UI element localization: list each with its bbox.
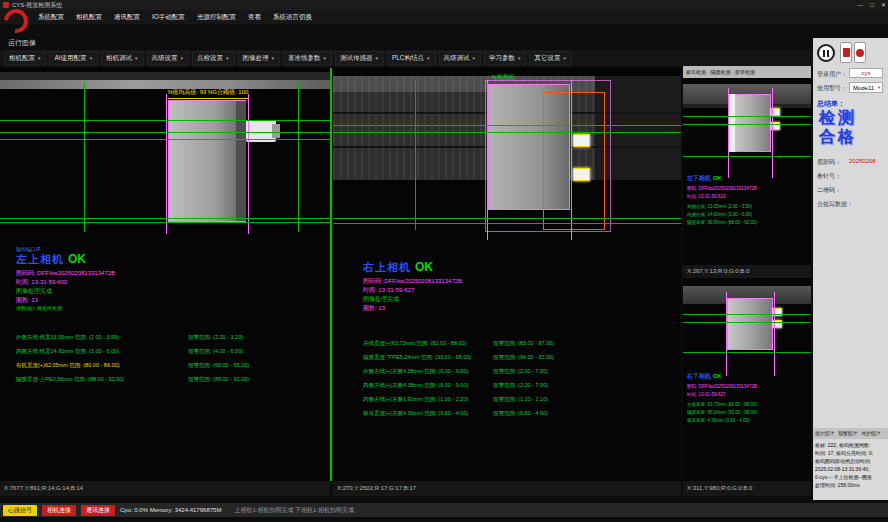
measure-row: 隔膜宽度-上PE0.56mm 范围: (88.00 - 92.00) [16,376,124,383]
start-icon [843,48,850,57]
heartbeat-badge: 心跳信号 [3,505,37,516]
connector-tip [272,124,280,138]
time-text: 时间: 13-31-59-627 [363,286,414,295]
close-button[interactable]: ✕ [881,0,886,10]
alarm-range: 报警范围: (1.10 - 2.10) [493,396,548,403]
overlay-hline-green [0,218,330,219]
comm-link-badge: 通讯连接 [81,505,115,516]
tool-advanced-settings[interactable]: 高级设置▼ [147,51,189,66]
chevron-down-icon: ▼ [877,83,881,93]
menu-system-config[interactable]: 系统配置 [38,13,64,22]
menu-io-manual-config[interactable]: IO手动配置 [152,13,185,22]
menu-light-control-config[interactable]: 光源控制配置 [197,13,236,22]
tool-camera-debug[interactable]: 相机调试▼ [101,51,143,66]
camera-view-bottom-right-thumb[interactable]: 右下相机 OK 图码: DFFIiiw2025020813313472B 时间:… [683,278,811,481]
barcode-text: 图码: DFFIiiw2025020813313472B [687,384,757,389]
bottom-code-label: 底部码： [817,158,841,167]
detect-rect-orange [543,92,605,230]
extra-note-text: 堵数(标): 网格线检测 [16,305,62,311]
overlay-hline-green [0,132,330,133]
pause-icon [823,50,825,57]
overlay-hline-green [0,120,330,121]
tab-alarm-stats[interactable]: 报警统计 [838,428,857,439]
overlay-hline-green [683,314,811,315]
title-bar: CYS-视觉检测系统 — □ ✕ [0,0,888,10]
window-title: CYS-视觉检测系统 [12,2,62,8]
product-region [727,298,773,350]
loop-count-text: 圈数: 13 [16,296,38,305]
status-ok-text: OK [68,252,86,266]
brand-logo-icon [4,9,30,35]
menu-language-switch[interactable]: 系统语言切换 [273,13,312,22]
stats-line: 处理时间: 258.00ms [815,482,887,489]
menu-view[interactable]: 查看 [248,13,261,22]
menu-comm-config[interactable]: 通讯配置 [114,13,140,22]
model-select[interactable]: ▼Mode11 [849,82,883,93]
tool-other-settings[interactable]: 其它设置▼ [529,51,571,66]
measure-row: 外侧左线: 13.05mm (2.00 - 3.50) [687,204,752,209]
menu-camera-config[interactable]: 相机配置 [76,13,102,22]
process-status-text: 图像处理完成 [363,295,399,304]
tool-ai-config[interactable]: AI使用配置▼ [49,51,98,66]
tool-plc-node[interactable]: PLC构结点▼ [387,51,436,66]
camera-view-bottom-left-thumb[interactable]: 左下相机 OK 图码: DFFIiiw2025020813313472B 时间:… [683,78,811,265]
camera-view-top-left[interactable]: N值均高值: 93 NG合阀值: 100 输出端口/F 左上相机OK 图码码: … [0,68,330,481]
tool-image-processing[interactable]: 图像处理▼ [238,51,280,66]
stats-tabs: 批次统计 报警统计 维护统计 [813,428,888,439]
pixel-coord-readout: X:311,Y:980;R:0;G:0;B:0 [683,481,811,496]
tool-learning-params[interactable]: 学习参数▼ [484,51,526,66]
product-edge-shade [236,101,246,221]
overlay-hline-green [0,222,330,223]
measure-row: 外侧左线(+)左侧4.38mm 范围: (6.00 - 9.00) [363,368,468,375]
view-tab-label: 运行图像 [8,38,36,48]
status-ok-text: OK [713,175,722,181]
alarm-range: 报警范围: (2.00 - 7.00) [493,382,548,389]
stop-button[interactable] [854,42,866,63]
tab-maintain-stats[interactable]: 维护统计 [861,428,880,439]
view-divider-line [330,68,332,481]
maximize-button[interactable]: □ [870,0,874,10]
loop-count-text: 圈数: 13 [363,304,385,313]
measure-row: 内侧左线: 14.60mm (3.00 - 6.00) [687,212,752,217]
overlay-vline-magenta [487,80,488,240]
info-sidebar: 登录用户： cys 使用型号： ▼Mode11 总结果： 检测 合格 底部码： … [813,38,888,500]
measure-row: 左线宽度(+)63.73mm 范围: (82.00 - 88.00) [363,340,466,347]
batch-label: 合批写数据： [817,200,853,209]
stats-line: 0-cys-一卡上拉检测--圈值 [815,474,887,481]
tool-baseline-params[interactable]: 基准线参数▼ [283,51,332,66]
barcode-text: 图码: DFFIiiw2025020813313472B [687,186,757,191]
barcode-text: 图码码: DFFIiiw2025020813313472B [363,277,462,286]
overlay-hline-green [333,223,681,224]
login-user-value: cys [849,68,883,78]
tool-spot-check[interactable]: 点检设置▼ [192,51,234,66]
overlay-hline-green [683,124,811,125]
measure-row: 内侧左线:线宽14.60mm 范围: (3.00 - 6.00) [16,348,119,355]
start-button[interactable] [840,42,852,63]
tool-camera-config[interactable]: 相机配置▼ [4,51,46,66]
stop-icon [856,49,864,57]
stats-line: 时间: 17, 板码分亮时间: 0; [815,450,887,457]
process-status-text: 图像处理完成 [16,287,52,296]
overlay-vline-magenta [774,292,775,376]
camera-view-top-right[interactable]: AI检测框 右上相机OK 图码码: DFFIiiw202502081331347… [333,68,681,481]
overlay-hline-green [683,116,811,117]
overlay-hline-green [0,139,330,140]
measure-row: 左线宽度: 63.73mm (82.00 - 88.00) [687,402,757,407]
pause-button[interactable] [817,44,835,62]
chevron-down-icon: ▼ [180,56,184,61]
tab-batch-stats[interactable]: 批次统计 [815,428,834,439]
measure-row: 外侧左线:线宽13.05mm 范围: (2.00 - 3.50) [16,334,119,341]
measure-row: 内侧左线(+)左侧4.38mm 范围: (6.00 - 9.00) [363,382,468,389]
alarm-range: 报警范围: (2.00 - 7.00) [493,368,548,375]
overlay-vline-magenta [728,88,729,178]
model-label: 使用型号： [817,84,847,93]
tool-advanced-debug[interactable]: 高级调试▼ [439,51,481,66]
tool-test-sensor[interactable]: 测试传感器▼ [335,51,384,66]
overlay-hline-yellow [168,98,248,99]
machine-band [0,80,330,89]
alarm-range: 报警范围: (83.00 - 87.00) [493,340,554,347]
time-text: 时间: 13-31-59-627 [687,392,726,397]
overlay-hline-green [333,132,681,133]
minimize-button[interactable]: — [857,0,863,10]
toolbar: 相机配置▼ AI使用配置▼ 相机调试▼ 高级设置▼ 点检设置▼ 图像处理▼ 基准… [0,50,888,66]
